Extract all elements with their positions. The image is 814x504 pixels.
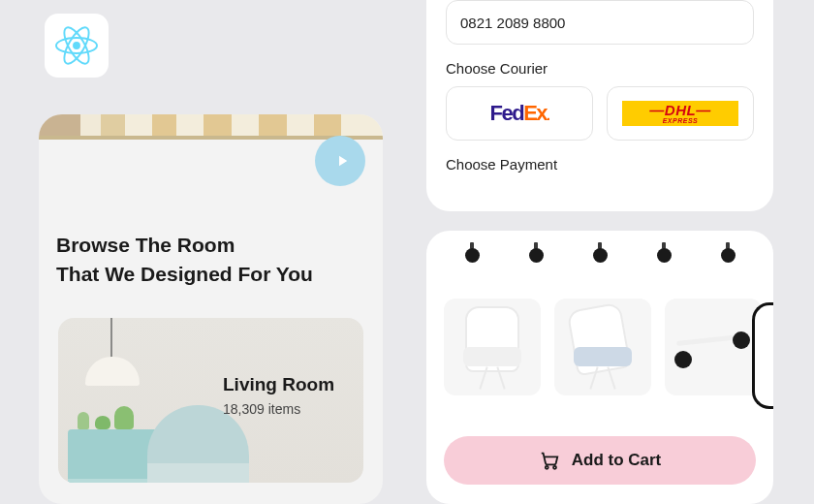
room-item-count: 18,309 items [223,401,300,417]
lamp-decoration [85,357,140,386]
room-title: Living Room [223,374,334,395]
thumbnail-row[interactable] [444,299,773,413]
wheel-decoration [461,242,483,264]
product-main-image [426,242,773,273]
play-button[interactable] [315,136,365,186]
plant-decoration [114,406,134,429]
cart-icon [539,450,560,471]
plant-decoration [95,416,110,429]
wheel-decoration [717,242,738,264]
dhl-logo: —DHL— EXPRESS [622,101,738,126]
phone-value: 0821 2089 8800 [460,15,565,31]
svg-point-5 [553,466,556,469]
play-icon [333,152,351,170]
chair-decoration [147,405,249,483]
courier-option-dhl[interactable]: —DHL— EXPRESS [607,86,754,141]
product-thumbnail[interactable] [444,299,541,395]
product-thumbnail[interactable] [665,299,762,395]
courier-label: Choose Courier [446,60,754,77]
react-logo-tile [45,14,109,78]
fedex-logo: FedEx. [490,101,549,126]
checkout-panel: 0821 2089 8800 Choose Courier FedEx. —DH… [426,0,773,211]
scroll-indicator[interactable] [752,302,773,409]
payment-label: Choose Payment [446,156,754,173]
headline-line2: That We Designed For You [56,260,313,289]
lamp-decoration [110,318,112,359]
react-logo-icon [55,24,98,67]
plant-decoration [78,412,89,429]
wheel-decoration [525,242,547,264]
wheel-decoration [653,242,674,264]
courier-options: FedEx. —DHL— EXPRESS [446,86,754,141]
headline-line1: Browse The Room [56,231,313,260]
phone-input[interactable]: 0821 2089 8800 [446,0,754,45]
svg-point-4 [546,466,548,469]
svg-point-0 [73,42,80,49]
browse-room-card: Browse The Room That We Designed For You… [39,114,383,504]
browse-headline: Browse The Room That We Designed For You [56,231,313,290]
hero-image-strip [39,114,383,140]
add-to-cart-label: Add to Cart [572,451,662,470]
wheel-decoration [589,242,610,264]
courier-option-fedex[interactable]: FedEx. [446,86,593,141]
product-panel: Add to Cart [426,231,773,504]
add-to-cart-button[interactable]: Add to Cart [444,436,756,485]
product-thumbnail[interactable] [554,299,651,395]
room-category-card[interactable]: Living Room 18,309 items [58,318,363,483]
